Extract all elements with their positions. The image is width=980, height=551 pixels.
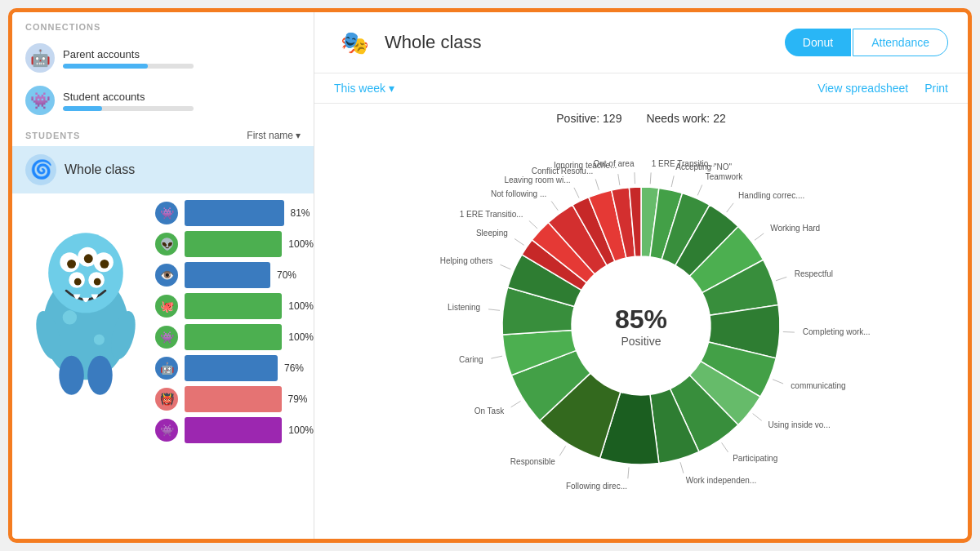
svg-point-10	[84, 254, 93, 263]
student-item[interactable]: 👹 79%	[155, 386, 314, 412]
donut-label-line	[755, 233, 764, 240]
donut-segment-label: Working Hard	[770, 224, 820, 233]
sort-label: First name	[247, 130, 293, 141]
student-item[interactable]: 👁️ 70%	[155, 262, 314, 288]
student-avatar: 👾	[155, 202, 178, 224]
attendance-button[interactable]: Attendance	[853, 29, 948, 56]
donut-segment-label: communicating	[791, 381, 845, 390]
student-pct: 79%	[288, 393, 308, 405]
student-avatar: 👾	[155, 419, 178, 442]
donut-percentage: 85%	[615, 304, 667, 335]
whole-class-label: Whole class	[65, 162, 135, 177]
donut-label-line	[680, 462, 684, 473]
monster-decoration	[29, 202, 151, 430]
donut-label-line	[574, 188, 579, 198]
view-spreadsheet-link[interactable]: View spreadsheet	[817, 82, 908, 95]
donut-label-line	[671, 176, 674, 187]
whole-class-item[interactable]: 🌀 Whole class	[12, 146, 314, 193]
donut-segment-label: Not following ...	[491, 189, 546, 198]
print-link[interactable]: Print	[924, 82, 948, 95]
toolbar: This week ▾ View spreadsheet Print	[314, 73, 968, 104]
student-progress-bg	[63, 106, 194, 111]
parent-progress-bg	[63, 64, 194, 69]
donut-segment-label: Helping others	[440, 256, 492, 265]
student-bar	[185, 355, 278, 381]
students-header: STUDENTS First name ▾	[12, 122, 314, 146]
donut-label-line	[551, 201, 558, 210]
svg-point-16	[59, 356, 84, 395]
svg-point-0	[43, 273, 129, 380]
donut-button[interactable]: Donut	[785, 29, 851, 56]
donut-label-line	[628, 467, 629, 478]
sort-dropdown[interactable]: First name ▾	[247, 130, 301, 141]
student-bar	[185, 417, 282, 443]
donut-segment-label: Caring	[459, 355, 483, 364]
donut-label-line	[500, 264, 510, 269]
student-pct: 100%	[288, 300, 314, 312]
donut-label-line	[753, 414, 762, 421]
positive-label: Positive:	[556, 112, 599, 125]
donut-label-line	[514, 238, 524, 245]
student-pct: 81%	[291, 207, 310, 219]
donut-segment-label: Handling correc....	[738, 191, 804, 200]
student-item[interactable]: 👾 81%	[155, 200, 314, 226]
donut-segment-label: Following direc...	[566, 482, 627, 491]
student-accounts-item[interactable]: 👾 Student accounts	[12, 79, 314, 122]
whole-class-icon: 🌀	[25, 154, 56, 185]
student-avatar: 🤖	[155, 357, 178, 380]
student-item[interactable]: 🐙 100%	[155, 293, 314, 319]
student-item[interactable]: 👾 100%	[155, 324, 314, 350]
svg-point-4	[60, 252, 79, 272]
donut-segment-label: Participating	[733, 454, 777, 463]
student-bar	[185, 293, 282, 319]
week-selector[interactable]: This week ▾	[334, 82, 394, 95]
svg-point-17	[87, 356, 113, 395]
students-title: STUDENTS	[25, 131, 80, 140]
donut-label-line	[529, 220, 537, 229]
student-progress-fill	[63, 106, 102, 111]
student-bar	[185, 231, 282, 257]
svg-point-13	[94, 278, 101, 286]
student-item[interactable]: 🤖 76%	[155, 355, 314, 381]
connections-title: CONNECTIONS	[12, 12, 314, 37]
donut-segment-label: Completing work...	[803, 327, 871, 336]
donut-label-line	[697, 184, 702, 195]
donut-segment-label: 1 ERE Transitio...	[460, 210, 523, 219]
donut-label-line	[595, 179, 599, 189]
svg-point-2	[63, 310, 77, 324]
student-pct: 70%	[277, 269, 296, 281]
student-item[interactable]: 👾 100%	[155, 417, 314, 443]
main-content: 🎭 Whole class Donut Attendance This week…	[314, 12, 968, 539]
stats-row: Positive: 129 Needs work: 22	[556, 112, 725, 125]
student-pct: 100%	[288, 238, 314, 250]
svg-point-5	[78, 247, 97, 267]
donut-segment-label: Work independen...	[686, 476, 757, 485]
student-avatar: 👾	[25, 86, 55, 115]
student-avatar: 👁️	[155, 264, 178, 287]
parent-avatar: 🤖	[25, 43, 55, 73]
sidebar: CONNECTIONS 🤖 Parent accounts 👾 Student …	[12, 12, 314, 539]
donut-segment-label: Leaving room wi...	[504, 176, 570, 184]
positive-stat: Positive: 129	[556, 112, 621, 125]
donut-segment-label: Using inside vo...	[768, 420, 831, 429]
svg-point-15	[106, 309, 140, 362]
student-item[interactable]: 👽 100%	[155, 231, 314, 257]
donut-label-line	[650, 172, 651, 184]
donut-label-line	[635, 172, 635, 184]
donut-segment-label: Respectful	[795, 269, 833, 278]
donut-label-line	[776, 277, 786, 280]
needs-work-label: Needs work:	[646, 112, 710, 125]
app-container: CONNECTIONS 🤖 Parent accounts 👾 Student …	[8, 8, 972, 543]
donut-chart-wrapper: 85% Positive 1 ERE Transitio...Accepting…	[396, 130, 886, 522]
donut-label-line	[722, 442, 728, 452]
student-bar	[185, 200, 284, 226]
parent-label: Parent accounts	[63, 48, 301, 60]
student-rows-container: 👾 81% 👽 100% 👁️ 70% 🐙 100% 👾 100% 🤖 76% …	[155, 200, 314, 443]
student-pct: 100%	[288, 331, 314, 343]
student-bar	[185, 324, 282, 350]
donut-label-line	[559, 446, 565, 455]
donut-label-line	[488, 309, 500, 311]
positive-value: 129	[603, 112, 621, 125]
svg-point-12	[74, 278, 82, 286]
parent-accounts-item[interactable]: 🤖 Parent accounts	[12, 37, 314, 79]
